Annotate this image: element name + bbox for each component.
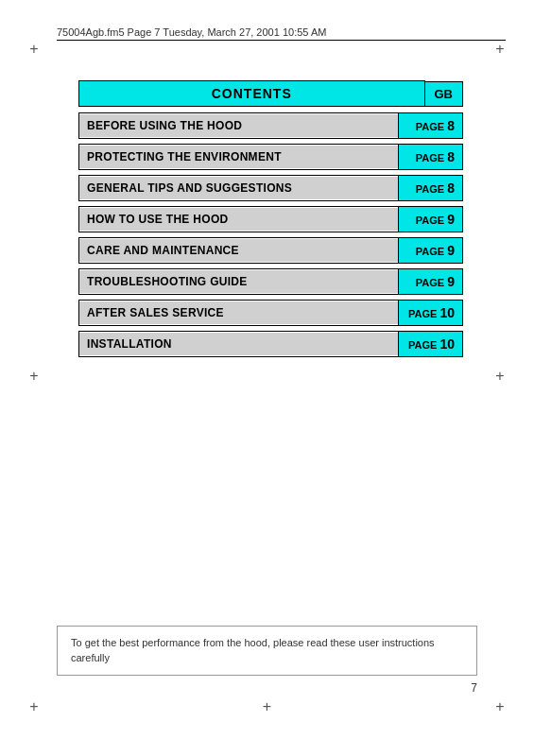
- contents-title: CONTENTS: [78, 80, 425, 107]
- toc-label: INSTALLATION: [79, 333, 398, 355]
- cross-bottom-right: [492, 699, 508, 714]
- toc-page: PAGE 10: [398, 301, 462, 325]
- toc-row: BEFORE USING THE HOODPAGE 8: [78, 112, 463, 139]
- toc-label: AFTER SALES SERVICE: [79, 301, 398, 324]
- toc-label: TROUBLESHOOTING GUIDE: [79, 270, 398, 293]
- cross-bottom-left: [26, 699, 42, 714]
- toc-page: PAGE 8: [398, 145, 462, 169]
- toc-row: TROUBLESHOOTING GUIDEPAGE 9: [78, 268, 463, 295]
- toc-page: PAGE 9: [398, 207, 462, 232]
- cross-mid-left: [26, 369, 42, 384]
- header-bar: 75004Agb.fm5 Page 7 Tuesday, March 27, 2…: [57, 26, 506, 38]
- toc-page-num: 8: [447, 118, 455, 133]
- toc-rows-container: BEFORE USING THE HOODPAGE 8PROTECTING TH…: [78, 112, 463, 362]
- contents-gb: GB: [425, 81, 464, 107]
- page-number: 7: [471, 681, 477, 695]
- toc-page-num: 8: [447, 180, 455, 196]
- toc-page-num: 10: [439, 305, 455, 320]
- toc-label: CARE AND MAINTENANCE: [79, 239, 398, 262]
- toc-page-num: 10: [439, 336, 455, 352]
- content-area: CONTENTS GB BEFORE USING THE HOODPAGE 8P…: [78, 80, 463, 362]
- toc-page: PAGE 9: [398, 269, 462, 294]
- toc-page: PAGE 10: [398, 332, 462, 356]
- cross-top-left: [26, 42, 42, 57]
- cross-top-right: [492, 42, 508, 57]
- contents-header: CONTENTS GB: [78, 80, 463, 107]
- toc-row: CARE AND MAINTENANCEPAGE 9: [78, 237, 463, 264]
- toc-page-num: 9: [447, 243, 455, 258]
- toc-label: PROTECTING THE ENVIRONMENT: [79, 146, 398, 168]
- toc-page-num: 9: [447, 212, 455, 227]
- toc-row: INSTALLATIONPAGE 10: [78, 331, 463, 357]
- footer-note-text: To get the best performance from the hoo…: [71, 637, 435, 662]
- toc-row: PROTECTING THE ENVIRONMENTPAGE 8: [78, 144, 463, 170]
- header-line: [57, 40, 506, 41]
- toc-label: HOW TO USE THE HOOD: [79, 208, 398, 231]
- toc-label: GENERAL TIPS AND SUGGESTIONS: [79, 177, 398, 199]
- toc-page: PAGE 9: [398, 238, 462, 263]
- toc-page-num: 9: [447, 274, 455, 289]
- toc-row: GENERAL TIPS AND SUGGESTIONSPAGE 8: [78, 175, 463, 201]
- toc-page: PAGE 8: [398, 113, 462, 138]
- toc-page: PAGE 8: [398, 176, 462, 200]
- toc-row: HOW TO USE THE HOODPAGE 9: [78, 206, 463, 232]
- toc-page-num: 8: [447, 149, 455, 164]
- footer-note: To get the best performance from the hoo…: [57, 626, 477, 676]
- toc-row: AFTER SALES SERVICEPAGE 10: [78, 300, 463, 326]
- header-filename: 75004Agb.fm5 Page 7 Tuesday, March 27, 2…: [57, 26, 326, 38]
- cross-bottom-mid: [260, 699, 275, 714]
- page: 75004Agb.fm5 Page 7 Tuesday, March 27, 2…: [0, 0, 534, 756]
- cross-mid-right: [492, 369, 508, 384]
- toc-label: BEFORE USING THE HOOD: [79, 114, 398, 137]
